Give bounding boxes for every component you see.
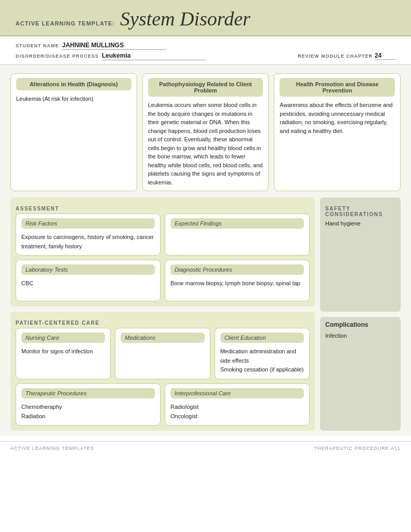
medications-card: Medications	[115, 328, 210, 379]
footer-right: THERAPEUTIC PROCEDURE A11	[314, 446, 401, 451]
footer: ACTIVE LEARNING TEMPLATES THERAPEUTIC PR…	[0, 441, 411, 455]
page-title: System Disorder	[120, 7, 250, 30]
top-card-pathophysiology: Pathophysiology Related to Client Proble…	[142, 73, 269, 191]
patient-care-grid-bottom: Therapeutic Procedures Chemotheraphy Rad…	[16, 383, 310, 425]
review-module-label: REVIEW MODULE CHAPTER	[298, 54, 373, 59]
expected-findings-header: Expected Findings	[170, 218, 304, 229]
expected-findings-card: Expected Findings	[165, 214, 310, 256]
right-sidebar: SAFETY CONSIDERATIONS Hand hygiene Compl…	[320, 197, 401, 431]
diagnostic-procedures-body: Bone marrow biopsy, lymph bone biopsy, s…	[170, 279, 304, 288]
assessment-label: ASSESSMENT	[16, 202, 310, 214]
disorder-label: DISORDER/DISEASE PROCESS	[16, 54, 99, 59]
therapeutic-procedures-header: Therapeutic Procedures	[21, 388, 155, 398]
complications-section: Complications Infection	[320, 317, 401, 431]
safety-body: Hand hygiene	[325, 219, 395, 229]
client-education-card: Client Education Medication administrati…	[215, 328, 310, 379]
interprofessional-care-card: Interprofessional Care Radiologist Oncol…	[165, 383, 310, 425]
patient-care-section: PATIENT-CENTERED CARE Nursing Care Monit…	[10, 312, 315, 431]
therapeutic-procedures-card: Therapeutic Procedures Chemotheraphy Rad…	[16, 383, 161, 425]
lab-tests-body: CBC	[21, 279, 155, 288]
nursing-care-card: Nursing Care Monitor for signs of infect…	[16, 328, 111, 379]
top-card-alterations-body: Leukemia (At risk for infection)	[16, 95, 131, 103]
complications-label: Complications	[325, 321, 395, 331]
patient-care-grid-top: Nursing Care Monitor for signs of infect…	[16, 328, 310, 379]
patient-care-label: PATIENT-CENTERED CARE	[16, 316, 310, 328]
center-col: ASSESSMENT Risk Factors Exposure to carc…	[10, 197, 315, 431]
interprofessional-care-body: Radiologist Oncologist	[170, 403, 304, 421]
lab-tests-card: Laboratory Tests CBC	[16, 260, 161, 301]
active-learning-label: ACTIVE LEARNING TEMPLATE:	[16, 20, 115, 26]
nursing-care-header: Nursing Care	[21, 332, 105, 343]
diagnostic-procedures-header: Diagnostic Procedures	[170, 264, 304, 275]
main-content: ASSESSMENT Risk Factors Exposure to carc…	[0, 197, 411, 436]
top-cards-section: Alterations in Health (Diagnosis) Leukem…	[0, 65, 411, 197]
header: ACTIVE LEARNING TEMPLATE: System Disorde…	[0, 0, 411, 36]
assessment-section: ASSESSMENT Risk Factors Exposure to carc…	[10, 197, 315, 307]
top-card-health-promotion: Health Promotion and Disease Prevention …	[274, 73, 401, 191]
medications-header: Medications	[121, 332, 204, 343]
client-education-body: Medication administration and side effec…	[220, 347, 304, 375]
lab-tests-header: Laboratory Tests	[21, 264, 155, 275]
therapeutic-procedures-body: Chemotheraphy Radiation	[21, 403, 155, 421]
review-module-value: 24	[375, 52, 395, 60]
complications-body: Infection	[325, 331, 395, 341]
student-name-label: STUDENT NAME	[16, 43, 59, 48]
top-card-pathophysiology-header: Pathophysiology Related to Client Proble…	[148, 78, 263, 97]
top-card-health-promotion-body: Awareness about the effects of benzene a…	[280, 101, 395, 135]
top-card-alterations-header: Alterations in Health (Diagnosis)	[16, 78, 131, 90]
risk-factors-body: Exposure to carcinogens, history of smok…	[21, 233, 155, 251]
interprofessional-care-header: Interprofessional Care	[170, 388, 304, 398]
top-card-pathophysiology-body: Leukemia occurs when some blood cells in…	[148, 101, 263, 187]
diagnostic-procedures-card: Diagnostic Procedures Bone marrow biopsy…	[165, 260, 310, 301]
student-name-value: JAHNINE MULLINGS	[62, 42, 166, 50]
assessment-grid: Risk Factors Exposure to carcinogens, hi…	[16, 214, 310, 301]
nursing-care-body: Monitor for signs of infection	[21, 347, 105, 356]
disorder-value: Leukemia	[102, 52, 206, 60]
top-card-health-promotion-header: Health Promotion and Disease Prevention	[280, 78, 395, 97]
footer-left: ACTIVE LEARNING TEMPLATES	[10, 446, 94, 451]
risk-factors-card: Risk Factors Exposure to carcinogens, hi…	[16, 214, 161, 256]
risk-factors-header: Risk Factors	[21, 218, 155, 229]
top-card-alterations: Alterations in Health (Diagnosis) Leukem…	[10, 73, 137, 191]
safety-section: SAFETY CONSIDERATIONS Hand hygiene	[320, 197, 401, 312]
student-info-section: STUDENT NAME JAHNINE MULLINGS DISORDER/D…	[0, 36, 411, 65]
safety-label: SAFETY CONSIDERATIONS	[325, 202, 395, 219]
client-education-header: Client Education	[220, 332, 304, 343]
